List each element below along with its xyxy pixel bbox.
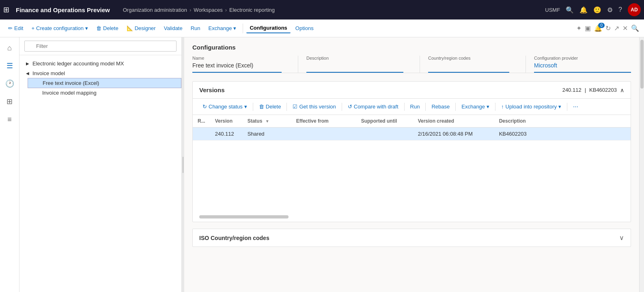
tree-toggle-electronic-ledger[interactable]: ▶ [24,60,31,67]
bell-icon[interactable]: 🔔 [579,6,588,14]
empty-table-area [193,141,631,214]
toolbar-refresh-icon[interactable]: ↻ [605,24,611,32]
ver-delete-label: Delete [266,104,281,110]
favorites-icon[interactable]: ☰ [2,58,17,73]
options-button[interactable]: Options [292,24,317,33]
col-header-created[interactable]: Version created [413,115,494,128]
ver-run-button[interactable]: Run [407,102,423,111]
recent-icon[interactable]: 🕐 [2,76,17,91]
cell-version: 240.112 [210,128,243,141]
edit-button[interactable]: ✏ Edit [5,24,26,33]
ver-sep-6 [455,103,456,111]
config-label-description: Description [306,56,403,61]
breadcrumb-workspaces[interactable]: Workspaces [194,7,222,13]
compare-icon: ↺ [348,104,352,110]
ver-sep-8 [567,103,567,111]
create-label: Create configuration [36,25,84,31]
search-icon[interactable]: 🔍 [566,6,574,14]
side-icons: ⌂ ☰ 🕐 ⊞ ≡ [0,37,19,292]
cell-created: 2/16/2021 06:08:48 PM [413,128,494,141]
get-this-version-button[interactable]: ☑ Get this version [289,102,339,111]
config-label-provider: Configuration provider [534,56,631,61]
vertical-scrollbar-thumb[interactable] [640,40,644,89]
table-row[interactable]: 240.112 Shared 2/16/2021 06:08:48 PM KB4… [193,128,631,141]
tree-item-invoice-mapping[interactable]: Invoice model mapping [28,88,181,97]
filter-input[interactable] [24,41,177,52]
exchange-label: Exchange [209,25,232,31]
home-icon[interactable]: ⌂ [2,41,17,55]
breadcrumb-er[interactable]: Electronic reporting [229,7,275,13]
toolbar-layout-icon[interactable]: ▣ [585,24,591,32]
col-header-status[interactable]: Status ▼ [243,115,291,128]
panel-resizer[interactable] [182,37,184,292]
exchange-button[interactable]: Exchange ▾ [205,24,240,33]
config-value-provider[interactable]: Microsoft [534,62,631,69]
ver-exchange-button[interactable]: Exchange ▾ [458,102,493,111]
config-label-name: Name [192,56,282,61]
list-icon[interactable]: ≡ [2,112,17,127]
app-grid-icon[interactable]: ⊞ [3,5,9,14]
toolbar-star-icon[interactable]: ✦ [576,24,582,32]
tree-toggle-invoice-model[interactable]: ◀ [24,70,31,76]
versions-collapse-icon[interactable]: ∧ [620,87,624,93]
breadcrumb-sep-2: › [225,7,227,13]
validate-label: Validate [164,25,183,31]
iso-section[interactable]: ISO Country/region codes ∨ [192,229,631,247]
filter-wrapper: 🔍 [24,41,177,52]
col-header-effective[interactable]: Effective from [291,115,356,128]
ver-sep-4 [404,103,405,111]
designer-icon: 📐 [127,25,133,31]
rebase-button[interactable]: Rebase [428,102,453,111]
more-button[interactable]: ⋯ [570,102,582,111]
status-filter-icon[interactable]: ▼ [265,119,269,123]
help-icon[interactable]: ? [618,6,622,13]
versions-meta-sep: | [585,87,586,93]
get-version-icon: ☑ [293,104,297,110]
cell-description: KB4602203 [494,128,631,141]
toolbar-search-icon[interactable]: 🔍 [631,24,639,32]
col-header-supported[interactable]: Supported until [356,115,413,128]
upload-repo-button[interactable]: ↑ Upload into repository ▾ [498,102,564,111]
rebase-label: Rebase [431,104,450,110]
right-scrollbar[interactable] [639,37,644,292]
upload-icon: ↑ [501,104,504,110]
field-sep-2 [420,56,420,73]
avatar[interactable]: AD [628,3,641,16]
tenant-label: USMF [545,7,560,13]
toolbar-open-icon[interactable]: ↗ [614,24,619,32]
tree-item-free-text-excel[interactable]: Free text invoice (Excel) [28,78,181,88]
ver-sep-5 [425,103,426,111]
config-field-name: Name Free text invoice (Excel) [192,56,282,73]
tree-label-invoice-model: Invoice model [32,70,65,76]
settings-icon[interactable]: ⚙ [607,6,613,14]
config-value-name: Free text invoice (Excel) [192,62,282,69]
validate-button[interactable]: Validate [161,24,186,33]
tree-item-electronic-ledger[interactable]: ▶ Electronic ledger accounting model MX [19,58,181,68]
delete-icon: 🗑 [96,25,101,31]
ver-delete-button[interactable]: 🗑 Delete [256,102,284,111]
run-button[interactable]: Run [187,24,204,33]
designer-button[interactable]: 📐 Designer [123,24,159,33]
breadcrumb-org[interactable]: Organization administration [123,7,187,13]
cell-effective [291,128,356,141]
versions-meta: 240.112 | KB4602203 ∧ [562,87,624,93]
more-label: ⋯ [573,104,578,110]
config-field-country: Country/region codes [428,56,509,73]
compare-draft-button[interactable]: ↺ Compare with draft [345,102,402,111]
delete-button[interactable]: 🗑 Delete [93,24,122,33]
col-header-version[interactable]: Version [210,115,243,128]
configurations-button[interactable]: Configurations [246,23,290,33]
horizontal-scrollbar[interactable] [199,215,289,218]
workspaces-icon[interactable]: ⊞ [2,94,17,109]
create-config-button[interactable]: + Create configuration ▾ [28,24,91,33]
tree-item-invoice-model[interactable]: ◀ Invoice model [19,68,181,78]
iso-expand-icon[interactable]: ∨ [619,234,624,242]
col-header-description[interactable]: Description [494,115,631,128]
ver-run-label: Run [410,104,420,110]
scrollbar-area [193,214,631,222]
config-fields: Name Free text invoice (Excel) Descripti… [192,56,631,73]
toolbar-close-icon[interactable]: ✕ [622,24,628,32]
change-status-button[interactable]: ↻ Change status ▾ [199,102,250,111]
emoji-icon[interactable]: 🙂 [593,6,601,14]
toolbar-separator [243,24,243,33]
